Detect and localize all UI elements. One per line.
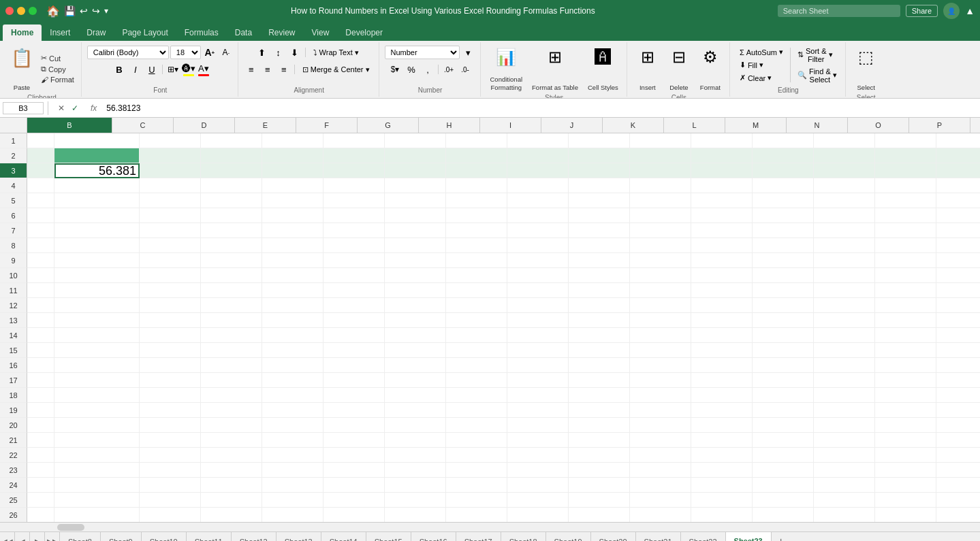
border-button[interactable]: ⊞▾ xyxy=(165,62,180,77)
font-family-select[interactable]: Calibri (Body) xyxy=(87,46,169,59)
cell-A20[interactable] xyxy=(27,418,54,433)
cell-L17[interactable] xyxy=(691,373,753,388)
cell-D15[interactable] xyxy=(201,343,262,358)
cell-J10[interactable] xyxy=(569,268,630,283)
tab-review[interactable]: Review xyxy=(260,24,303,41)
cell-I3[interactable] xyxy=(507,163,569,178)
cell-N15[interactable] xyxy=(814,343,875,358)
format-as-table-button[interactable]: ⊞ Format as Table xyxy=(528,45,582,93)
cell-D23[interactable] xyxy=(201,463,262,478)
cell-M20[interactable] xyxy=(753,418,814,433)
cell-L25[interactable] xyxy=(691,493,753,508)
cell-E20[interactable] xyxy=(262,418,323,433)
decrease-font-button[interactable]: A- xyxy=(219,45,234,60)
cell-A25[interactable] xyxy=(27,493,54,508)
cell-N26[interactable] xyxy=(814,508,875,522)
cell-E9[interactable] xyxy=(262,253,323,268)
wrap-text-button[interactable]: ⤵ Wrap Text ▾ xyxy=(309,46,364,59)
cell-M23[interactable] xyxy=(753,463,814,478)
decrease-decimal-button[interactable]: .0- xyxy=(458,62,473,77)
cell-G25[interactable] xyxy=(385,493,446,508)
cell-I22[interactable] xyxy=(507,448,569,463)
sheet-tab-sheet23[interactable]: Sheet23 xyxy=(726,532,772,541)
cell-F11[interactable] xyxy=(323,283,385,298)
cell-F17[interactable] xyxy=(323,373,385,388)
cell-B18[interactable] xyxy=(54,388,140,403)
cell-C17[interactable] xyxy=(140,373,201,388)
cell-O10[interactable] xyxy=(875,268,936,283)
cell-F13[interactable] xyxy=(323,313,385,328)
cell-M17[interactable] xyxy=(753,373,814,388)
cell-L20[interactable] xyxy=(691,418,753,433)
cell-C7[interactable] xyxy=(140,223,201,238)
cell-C13[interactable] xyxy=(140,313,201,328)
row-header-1[interactable]: 1 xyxy=(0,133,27,148)
cell-O25[interactable] xyxy=(875,493,936,508)
col-header-l[interactable]: L xyxy=(664,118,725,133)
cell-L16[interactable] xyxy=(691,358,753,373)
cell-M6[interactable] xyxy=(753,208,814,223)
cell-L14[interactable] xyxy=(691,328,753,343)
cell-N7[interactable] xyxy=(814,223,875,238)
row-header-17[interactable]: 17 xyxy=(0,373,27,388)
cancel-formula-button[interactable]: ✕ xyxy=(55,102,67,114)
cell-A15[interactable] xyxy=(27,343,54,358)
cell-M7[interactable] xyxy=(753,223,814,238)
cell-C12[interactable] xyxy=(140,298,201,313)
cell-N25[interactable] xyxy=(814,493,875,508)
cell-D3[interactable] xyxy=(201,163,262,178)
cell-K4[interactable] xyxy=(630,178,691,193)
cell-P24[interactable] xyxy=(936,478,980,493)
cell-B21[interactable] xyxy=(54,433,140,448)
cell-K6[interactable] xyxy=(630,208,691,223)
cell-O3[interactable] xyxy=(875,163,936,178)
cell-I18[interactable] xyxy=(507,388,569,403)
cell-B26[interactable] xyxy=(54,508,140,522)
cell-H23[interactable] xyxy=(446,463,507,478)
cell-O6[interactable] xyxy=(875,208,936,223)
cell-I13[interactable] xyxy=(507,313,569,328)
cell-M18[interactable] xyxy=(753,388,814,403)
cell-B4[interactable] xyxy=(54,178,140,193)
comma-button[interactable]: , xyxy=(420,62,435,77)
cell-O9[interactable] xyxy=(875,253,936,268)
cell-reference-input[interactable]: B3 xyxy=(3,102,44,114)
col-header-e[interactable]: E xyxy=(235,118,296,133)
cell-J24[interactable] xyxy=(569,478,630,493)
cell-J22[interactable] xyxy=(569,448,630,463)
cell-G3[interactable] xyxy=(385,163,446,178)
row-header-18[interactable]: 18 xyxy=(0,388,27,403)
cell-H15[interactable] xyxy=(446,343,507,358)
cell-J14[interactable] xyxy=(569,328,630,343)
cell-N8[interactable] xyxy=(814,238,875,253)
cell-B11[interactable] xyxy=(54,283,140,298)
conditional-formatting-button[interactable]: 📊 ConditionalFormatting xyxy=(486,45,527,93)
cell-P4[interactable] xyxy=(936,178,980,193)
cell-F7[interactable] xyxy=(323,223,385,238)
cell-C21[interactable] xyxy=(140,433,201,448)
cell-C3[interactable] xyxy=(140,163,201,178)
percent-button[interactable]: % xyxy=(404,62,419,77)
sheet-tab-sheet21[interactable]: Sheet21 xyxy=(636,532,681,541)
cell-J12[interactable] xyxy=(569,298,630,313)
cell-P18[interactable] xyxy=(936,388,980,403)
cell-C2[interactable] xyxy=(140,148,201,163)
sort-filter-button[interactable]: ⇅ Sort &Filter ▾ xyxy=(793,46,841,65)
cell-O22[interactable] xyxy=(875,448,936,463)
cell-C25[interactable] xyxy=(140,493,201,508)
cell-G12[interactable] xyxy=(385,298,446,313)
row-header-4[interactable]: 4 xyxy=(0,178,27,193)
cell-F10[interactable] xyxy=(323,268,385,283)
cell-K22[interactable] xyxy=(630,448,691,463)
cell-I1[interactable] xyxy=(507,133,569,148)
align-middle-button[interactable]: ↕ xyxy=(271,45,286,60)
cell-B10[interactable] xyxy=(54,268,140,283)
cell-G23[interactable] xyxy=(385,463,446,478)
cell-P22[interactable] xyxy=(936,448,980,463)
row-header-14[interactable]: 14 xyxy=(0,328,27,343)
row-header-13[interactable]: 13 xyxy=(0,313,27,328)
cut-button[interactable]: ✂ Cut xyxy=(38,53,77,63)
cell-J9[interactable] xyxy=(569,253,630,268)
cell-K1[interactable] xyxy=(630,133,691,148)
cell-N16[interactable] xyxy=(814,358,875,373)
